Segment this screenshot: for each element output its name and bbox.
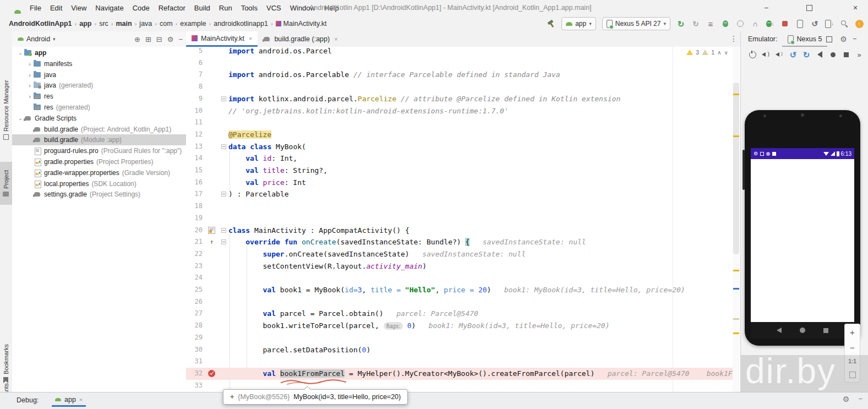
code-line[interactable] (186, 200, 733, 212)
tree-item-gradle-scripts[interactable]: ⌄Gradle Scripts (12, 113, 186, 124)
menu-navigate[interactable]: Navigate (91, 4, 128, 12)
nav-back-button[interactable] (816, 51, 823, 58)
code-line[interactable]: val price: Int (186, 177, 733, 189)
inspections-widget[interactable]: 3 1 ∧ ∨ (686, 49, 728, 56)
settings-gear-icon[interactable]: ⚙ (167, 35, 174, 43)
breadcrumb-item-mainactivity.kt[interactable]: MainActivity.kt (275, 20, 328, 28)
breadcrumb-item-java[interactable]: java (138, 20, 153, 28)
scrollbar-thumb[interactable] (733, 83, 739, 254)
code-line[interactable]: val book1FromParcel = MyHelper().MyCreat… (186, 368, 733, 380)
apply-changes-button[interactable]: ↻ (691, 18, 700, 29)
breadcrumb-item-example[interactable]: example (179, 20, 207, 28)
code-line[interactable] (186, 272, 733, 284)
more-button[interactable]: » (855, 51, 863, 59)
sdk-manager-button[interactable]: ↓ (825, 18, 834, 29)
maximize-window-button[interactable] (796, 0, 822, 15)
tree-chevron-icon[interactable]: › (26, 72, 34, 78)
ide-update-button[interactable]: ↑ (855, 18, 864, 29)
code-line[interactable]: data class MyBook( (186, 141, 733, 153)
tree-item-settings-gradle[interactable]: settings.gradle(Project Settings) (12, 189, 186, 200)
menu-view[interactable]: View (67, 4, 91, 12)
next-issue-icon[interactable]: ∨ (724, 50, 728, 56)
code-line[interactable]: import android.os.Parcelable // interfac… (186, 69, 733, 81)
code-line[interactable]: val title: String?, (186, 165, 733, 177)
emulator-settings-gear-icon[interactable]: ⚙ (840, 35, 847, 43)
volume-up-button[interactable] (762, 51, 770, 58)
close-icon[interactable]: × (249, 35, 252, 42)
rerun-button[interactable]: ↻ (676, 18, 685, 29)
menu-tools[interactable]: Tools (237, 4, 262, 12)
breadcrumb-item-androidkotlinapp1[interactable]: AndroidKotlinApp1 (8, 20, 73, 28)
build-hammer-button[interactable] (547, 18, 555, 29)
menu-refactor[interactable]: Refactor (154, 4, 190, 12)
profile-inactive-button[interactable] (736, 18, 745, 29)
code-line[interactable]: val book1 = MyBook(id=3, title = "Hello"… (186, 284, 733, 296)
code-line[interactable]: import kotlinx.android.parcel.Parcelize … (186, 93, 733, 105)
attach-debugger-button[interactable]: ↓ (766, 18, 774, 29)
hide-icon[interactable]: − (858, 395, 862, 403)
code-line[interactable] (186, 57, 733, 69)
rotate-right-button[interactable]: ↻ (803, 51, 810, 59)
code-line[interactable] (186, 332, 733, 344)
tree-item-manifests[interactable]: ›manifests (12, 58, 186, 69)
menu-edit[interactable]: Edit (46, 4, 67, 12)
editor-options-kebab-icon[interactable]: ⋮ (730, 34, 738, 43)
open-in-window-icon[interactable] (826, 36, 832, 42)
tool-strip-build-variants[interactable]: Build Variants (0, 383, 12, 392)
device-select-button[interactable]: Nexus 5 API 27▾ (602, 17, 670, 30)
expand-all-icon[interactable]: ⊞ (145, 35, 151, 43)
code-line[interactable]: class MainActivity : AppCompatActivity()… (186, 225, 733, 237)
code-line[interactable]: override fun onCreate(savedInstanceState… (186, 236, 733, 248)
expand-node-icon[interactable]: + (230, 393, 234, 401)
rotate-left-button[interactable]: ↺ (789, 51, 797, 59)
tree-chevron-icon[interactable]: › (26, 82, 34, 89)
tool-strip-bookmarks[interactable]: Bookmarks (0, 346, 12, 380)
nav-overview-button[interactable] (842, 52, 850, 57)
breadcrumb-item-com[interactable]: com (159, 20, 174, 28)
menu-file[interactable]: File (25, 4, 46, 12)
code-editor[interactable]: 5import android.os.Parcel67import androi… (186, 47, 733, 392)
tree-item-local-properties[interactable]: local.properties(SDK Location) (12, 178, 186, 189)
code-line[interactable]: @Parcelize (186, 129, 733, 141)
code-line[interactable] (186, 296, 733, 308)
tree-chevron-icon[interactable]: › (26, 61, 34, 67)
code-line[interactable]: parcel.setDataPosition(0) (186, 344, 733, 356)
code-line[interactable]: // 'org.jetbrains.kotlin:kotlin-android-… (186, 105, 733, 117)
tree-item-gradle-wrapper-properties[interactable]: gradle-wrapper.properties(Gradle Version… (12, 167, 186, 178)
power-button[interactable] (749, 51, 756, 58)
locate-file-icon[interactable]: ⊕ (134, 35, 140, 43)
hide-panel-icon[interactable]: − (178, 35, 183, 43)
tree-item-app[interactable]: ⌄app (12, 47, 186, 58)
editor-tab-build-gradle-app-[interactable]: build.gradle (:app)× (258, 31, 343, 47)
phone-screen[interactable] (751, 148, 854, 322)
close-icon[interactable]: × (334, 36, 337, 42)
tree-item-proguard-rules-pro[interactable]: proguard-rules.pro(ProGuard Rules for ":… (12, 145, 186, 156)
code-line[interactable]: ) : Parcelable (186, 188, 733, 200)
breadcrumb-item-src[interactable]: src (98, 20, 110, 28)
code-line[interactable] (186, 117, 733, 129)
hide-emulator-icon[interactable]: − (853, 35, 856, 43)
close-icon[interactable]: × (79, 396, 83, 403)
stop-button[interactable] (780, 18, 789, 29)
tree-item-gradle-properties[interactable]: gradle.properties(Project Properties) (12, 156, 186, 167)
phone-overview-icon[interactable] (823, 328, 828, 333)
phone-back-icon[interactable] (777, 328, 782, 333)
code-line[interactable]: book1.writeToParcel(parcel, flags: 0) bo… (186, 320, 733, 332)
search-everywhere-button[interactable] (840, 18, 849, 29)
debug-button[interactable] (721, 18, 730, 29)
volume-down-button[interactable] (776, 51, 784, 58)
settings-gear-icon[interactable]: ⚙ (843, 395, 850, 403)
phone-home-icon[interactable] (800, 328, 805, 333)
tree-item-build-gradle[interactable]: build.gradle(Project: Android_Kotlin_App… (12, 124, 186, 135)
breadcrumb-item-app[interactable]: app (78, 20, 92, 28)
menu-run[interactable]: Run (215, 4, 237, 12)
breadcrumb-item-main[interactable]: main (115, 20, 133, 28)
zoom-in-button[interactable]: + (850, 328, 855, 336)
tool-strip-project[interactable]: Project (0, 162, 12, 205)
tree-chevron-icon[interactable]: › (26, 93, 34, 100)
zoom-out-button[interactable]: − (850, 343, 855, 352)
menu-code[interactable]: Code (128, 4, 154, 12)
tree-item-res[interactable]: res(generated) (12, 102, 186, 113)
editor-scrollbar[interactable] (733, 47, 740, 392)
run-config-select-button[interactable]: app▾ (561, 17, 596, 30)
